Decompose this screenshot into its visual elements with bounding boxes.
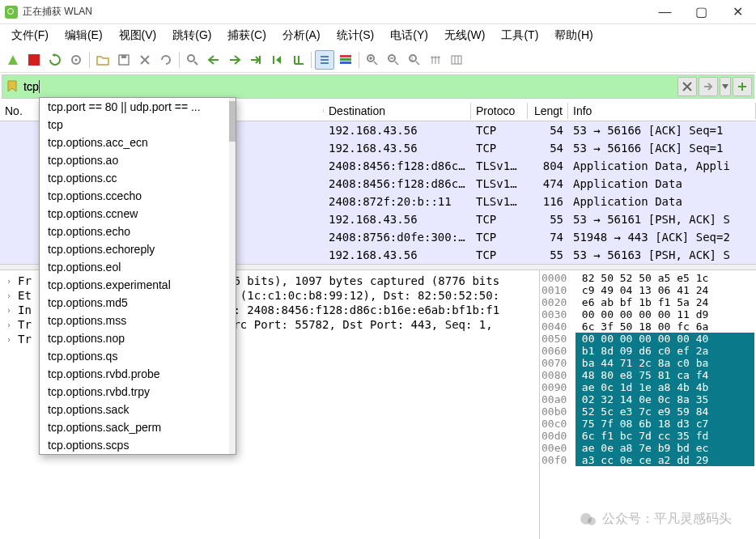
clear-filter-button[interactable] [677,77,697,96]
hex-row[interactable]: 0040 6c 3f 50 18 00 fc 6a [542,320,754,333]
minimize-button[interactable]: — [647,0,683,24]
resize-columns-button[interactable] [426,50,445,70]
col-length[interactable]: Lengt [528,103,568,119]
autocomplete-item[interactable]: tcp.options.scps [40,436,236,454]
display-filter-input[interactable] [22,77,676,96]
menu-7[interactable]: 电话(Y) [384,27,435,45]
hex-row[interactable]: 00d0 6c f1 bc 7d cc 35 fd [542,430,754,442]
col-destination[interactable]: Destination [324,103,471,119]
autocomplete-item[interactable]: tcp.options.nop [40,329,236,347]
tree-text: 2 (1c:c1:0c:b8:99:12), Dst: 82:50:52:50: [227,289,499,302]
go-first-button[interactable] [267,50,287,70]
hex-row[interactable]: 0030 00 00 00 00 00 11 d9 [542,308,754,320]
add-filter-button[interactable] [733,77,752,96]
zoom-reset-button[interactable]: 1 [405,50,424,70]
cell-len: 54 [528,142,568,155]
apply-filter-button[interactable] [699,77,718,96]
cell-proto: TCP [471,142,528,155]
autocomplete-item[interactable]: tcp.options.echoreply [40,240,236,258]
auto-scroll-button[interactable] [315,50,334,70]
reload-button[interactable] [156,50,176,70]
go-last-button[interactable] [288,50,308,70]
autocomplete-item[interactable]: tcp.options.mss [40,312,236,329]
hex-row[interactable]: 0070 ba 44 71 2c 8a c0 ba [542,357,754,369]
autocomplete-item[interactable]: tcp.options.sack [40,401,236,418]
autocomplete-item[interactable]: tcp [40,116,236,134]
menu-6[interactable]: 统计(S) [330,27,381,45]
autocomplete-item[interactable]: tcp.options.ao [40,151,236,169]
menu-8[interactable]: 无线(W) [438,27,492,45]
expand-icon[interactable]: › [6,320,18,329]
cell-len: 474 [528,177,568,190]
filter-dropdown-button[interactable] [720,77,731,96]
hex-row[interactable]: 0010 c9 49 04 13 06 41 24 [542,284,754,296]
cell-dst: 192.168.43.56 [324,142,471,155]
bookmark-icon[interactable] [4,79,20,95]
autocomplete-item[interactable]: tcp.options.qs [40,347,236,365]
shark-fin-icon[interactable] [3,50,23,70]
col-no[interactable]: No. [0,103,42,119]
autocomplete-item[interactable]: tcp.options.rvbd.probe [40,365,236,383]
autocomplete-item[interactable]: tcp.options.rvbd.trpy [40,383,236,401]
hex-row[interactable]: 00f0 a3 cc 0e ce a2 dd 29 [542,454,754,466]
expand-icon[interactable]: › [6,277,18,286]
hex-row[interactable]: 0060 b1 8d 09 d6 c0 ef 2a [542,345,754,357]
menu-5[interactable]: 分析(A) [276,27,327,45]
svg-rect-7 [273,56,274,64]
hex-row[interactable]: 0090 ae 0c 1d 1e a8 4b 4b [542,381,754,393]
hex-row[interactable]: 0050 00 00 00 00 00 00 40 [542,333,754,345]
menu-4[interactable]: 捕获(C) [221,27,272,45]
close-file-button[interactable] [135,50,155,70]
svg-rect-15 [452,56,461,64]
window-title: 正在捕获 WLAN [23,5,647,19]
menu-3[interactable]: 跳转(G) [166,27,218,45]
menu-2[interactable]: 视图(V) [113,27,164,45]
menu-9[interactable]: 工具(T) [495,27,545,45]
autocomplete-item[interactable]: tcp.options.cc [40,169,236,187]
colorize-button[interactable] [336,50,355,70]
col-info[interactable]: Info [568,103,756,119]
hex-row[interactable]: 00e0 ae 0e a8 7e b9 bd ec [542,442,754,454]
autocomplete-item[interactable]: tcp.options.eol [40,258,236,276]
hex-row[interactable]: 00a0 02 32 14 0e 0c 8a 35 [542,393,754,405]
zoom-out-button[interactable] [384,50,403,70]
col-protocol[interactable]: Protoco [471,103,528,119]
autocomplete-item[interactable]: tcp.options.echo [40,223,236,240]
autocomplete-item[interactable]: tcp.options.sack_perm [40,418,236,436]
autocomplete-item[interactable]: tcp.options.experimental [40,276,236,294]
capture-options-button[interactable] [66,50,86,70]
hex-row[interactable]: 00c0 75 7f 08 6b 18 d3 c7 [542,418,754,430]
expand-icon[interactable]: › [6,335,18,344]
menu-0[interactable]: 文件(F) [5,27,55,45]
hex-row[interactable]: 00b0 52 5c e3 7c e9 59 84 [542,405,754,418]
expand-icon[interactable]: › [6,306,18,315]
autocomplete-item[interactable]: tcp.port == 80 || udp.port == ... [40,98,236,116]
go-forward-button[interactable] [225,50,244,70]
zoom-in-button[interactable] [363,50,382,70]
autocomplete-item[interactable]: tcp.options.ccecho [40,187,236,205]
cell-len: 54 [528,124,568,137]
go-back-button[interactable] [204,50,223,70]
hex-row[interactable]: 0020 e6 ab bf 1b f1 5a 24 [542,296,754,308]
restart-capture-button[interactable] [45,50,65,70]
stop-capture-button[interactable] [24,50,44,70]
save-file-button[interactable] [114,50,134,70]
expand-icon[interactable]: › [6,291,18,300]
close-button[interactable]: ✕ [720,0,756,24]
hex-row[interactable]: 0080 48 80 e8 75 81 ca f4 [542,369,754,381]
jump-packet-button[interactable] [246,50,265,70]
cell-len: 55 [528,248,568,261]
menu-10[interactable]: 帮助(H) [548,27,599,45]
autocomplete-item[interactable]: tcp.options.acc_ecn [40,134,236,151]
maximize-button[interactable]: ▢ [683,0,720,24]
wechat-icon [580,511,597,528]
autocomplete-item[interactable]: tcp.options.ccnew [40,205,236,223]
dropdown-scrollbar[interactable] [229,98,236,454]
cell-proto: TCP [471,213,528,226]
find-button[interactable] [183,50,202,70]
open-file-button[interactable] [93,50,113,70]
autocomplete-item[interactable]: tcp.options.md5 [40,294,236,312]
menu-1[interactable]: 编辑(E) [58,27,109,45]
resize-all-button[interactable] [447,50,466,70]
hex-row[interactable]: 0000 82 50 52 50 a5 e5 1c [542,272,754,284]
